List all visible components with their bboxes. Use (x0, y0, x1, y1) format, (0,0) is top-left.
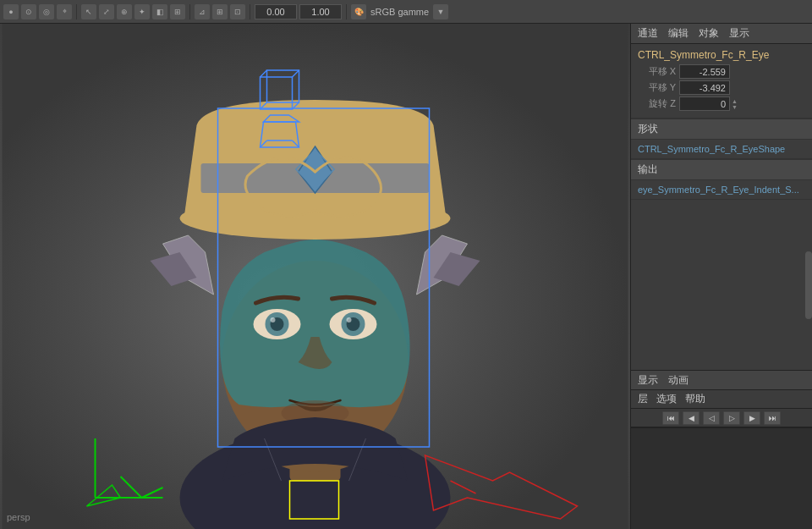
rpanel-menu: 通道 编辑 对象 显示 (631, 24, 812, 44)
toolbar-icon-uv[interactable]: ⊡ (230, 4, 245, 19)
next-frame-button[interactable]: ▶ (743, 411, 760, 425)
right-panel: 通道 编辑 对象 显示 CTRL_Symmetro_Fc_R_Eye 平移 X … (630, 24, 812, 529)
scale-input[interactable] (299, 4, 342, 19)
help-item[interactable]: 帮助 (685, 392, 705, 406)
arrow-up-icon[interactable]: ▲ (732, 98, 738, 104)
rpanel-menu-display[interactable]: 显示 (729, 26, 749, 41)
toolbar: ● ⊙ ◎ ⌖ ↖ ⤢ ⊕ ✦ ◧ ⊞ ⊿ ⊞ ⊡ 🎨 sRGB gamme ▼ (0, 0, 812, 24)
colorspace-icon: 🎨 (351, 4, 366, 19)
attr-title: CTRL_Symmetro_Fc_R_Eye (638, 49, 805, 61)
toolbar-icon-7[interactable]: ⊕ (117, 4, 132, 19)
svg-point-16 (347, 317, 352, 322)
arrow-down-icon[interactable]: ▼ (732, 104, 738, 110)
toolbar-icon-8[interactable]: ✦ (134, 4, 150, 19)
rpanel-menu-channel[interactable]: 通道 (638, 26, 658, 41)
sep-4 (346, 4, 347, 19)
skip-end-button[interactable]: ⏭ (764, 411, 781, 425)
transform-input[interactable] (255, 4, 297, 19)
sep-3 (250, 4, 250, 19)
animate-menu-item[interactable]: 动画 (668, 373, 689, 388)
display-animate-bar: 显示 动画 (631, 370, 812, 390)
toolbar-icon-5[interactable]: ↖ (81, 4, 96, 19)
display-menu-item[interactable]: 显示 (638, 373, 658, 388)
shape-header: 形状 (631, 118, 812, 140)
toolbar-icon-snap[interactable]: ⊿ (195, 4, 210, 19)
colorspace-label: sRGB gamme (369, 7, 431, 17)
rotate-z-arrows[interactable]: ▲ ▼ (732, 98, 738, 110)
rotate-z-input[interactable] (679, 96, 730, 111)
options-item[interactable]: 选项 (656, 392, 677, 406)
dropdown-arrow-icon[interactable]: ▼ (433, 4, 448, 19)
play-forward-button[interactable]: ▷ (723, 411, 740, 425)
playback-controls: ⏮ ◀ ◁ ▷ ▶ ⏭ (631, 409, 812, 427)
rpanel-bottom-area (631, 427, 812, 529)
main-area: persp 通道 编辑 对象 显示 CTRL_Symmetro_Fc_R_Eye… (0, 24, 812, 529)
output-content: eye_Symmetro_Fc_R_Eye_Indent_S... (631, 180, 812, 200)
sep-1 (76, 4, 77, 19)
toolbar-icon-4[interactable]: ⌖ (57, 4, 72, 19)
rotate-z-row: 旋转 Z ▲ ▼ (638, 96, 805, 111)
toolbar-icon-2[interactable]: ⊙ (21, 4, 36, 19)
translate-y-label: 平移 Y (638, 81, 676, 94)
play-back-button[interactable]: ◁ (703, 411, 720, 425)
output-header: 输出 (631, 159, 812, 180)
sep-2 (189, 4, 190, 19)
toolbar-icon-grid[interactable]: ⊞ (212, 4, 228, 19)
rpanel-menu-object[interactable]: 对象 (699, 26, 719, 41)
svg-point-12 (271, 317, 276, 322)
rpanel-menu-edit[interactable]: 编辑 (668, 26, 689, 41)
prev-frame-button[interactable]: ◀ (683, 411, 700, 425)
layer-options-bar: 层 选项 帮助 (631, 390, 812, 409)
translate-y-input[interactable] (679, 80, 730, 95)
shape-value: CTRL_Symmetro_Fc_R_EyeShape (638, 144, 785, 154)
attr-section: CTRL_Symmetro_Fc_R_Eye 平移 X 平移 Y 旋转 Z ▲ … (631, 44, 812, 118)
rpanel-middle-area (631, 200, 812, 370)
persp-label: persp (7, 512, 30, 522)
skip-start-button[interactable]: ⏮ (662, 411, 679, 425)
translate-y-row: 平移 Y (638, 80, 805, 95)
toolbar-icon-10[interactable]: ⊞ (170, 4, 185, 19)
toolbar-icon-1[interactable]: ● (3, 4, 19, 19)
translate-x-input[interactable] (679, 64, 730, 79)
shape-content: CTRL_Symmetro_Fc_R_EyeShape (631, 140, 812, 159)
layer-item[interactable]: 层 (638, 392, 648, 406)
rotate-z-label: 旋转 Z (638, 97, 676, 110)
translate-x-label: 平移 X (638, 65, 676, 78)
viewport[interactable]: persp (0, 24, 630, 529)
translate-x-row: 平移 X (638, 64, 805, 79)
character-render (0, 24, 630, 529)
output-value: eye_Symmetro_Fc_R_Eye_Indent_S... (638, 185, 799, 195)
toolbar-icon-9[interactable]: ◧ (152, 4, 167, 19)
toolbar-icon-3[interactable]: ◎ (39, 4, 54, 19)
toolbar-icon-6[interactable]: ⤢ (99, 4, 114, 19)
